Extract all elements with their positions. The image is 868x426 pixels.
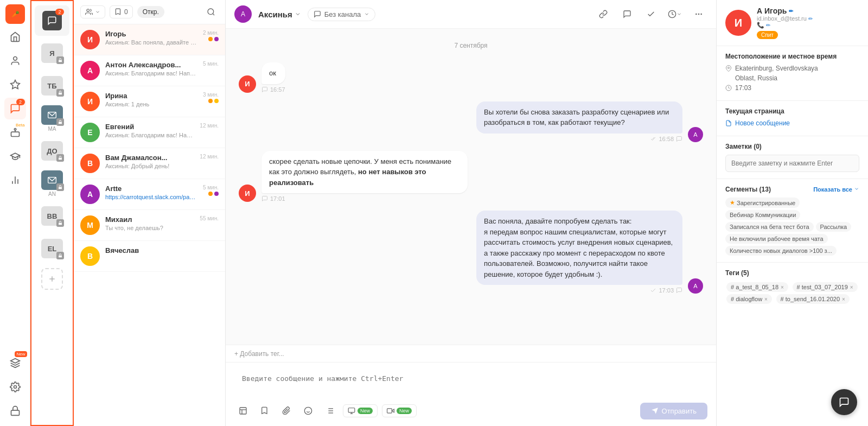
filter-button[interactable]: 0 bbox=[110, 5, 133, 18]
more-action[interactable] bbox=[690, 5, 707, 23]
list-button[interactable] bbox=[321, 402, 339, 419]
channel-ya[interactable]: Я bbox=[35, 38, 69, 68]
conversation-item[interactable]: И Игорь Аксинья: Вас поняла, давайте поп… bbox=[74, 24, 225, 55]
nav-settings[interactable] bbox=[4, 376, 26, 398]
conv-indicators bbox=[208, 37, 219, 41]
chevron-down-icon bbox=[676, 11, 682, 17]
messages-badge: 2 bbox=[16, 99, 25, 105]
channel-an[interactable]: AN bbox=[35, 168, 69, 199]
conversation-item[interactable]: М Михаил Ты что, не делаешь? 55 мин. bbox=[74, 210, 225, 241]
send-button[interactable]: Отправить bbox=[640, 403, 707, 419]
conv-meta: 3 мин. bbox=[203, 92, 219, 103]
channel-ma[interactable]: МА bbox=[35, 103, 69, 133]
edit-name-icon[interactable]: ✏ bbox=[789, 8, 793, 14]
channel-chat-icon: 2 bbox=[42, 11, 62, 30]
comment-action[interactable] bbox=[618, 5, 636, 23]
clock-action[interactable] bbox=[666, 5, 684, 23]
channel-do[interactable]: ДО bbox=[35, 136, 69, 166]
nav-analytics[interactable] bbox=[4, 169, 26, 191]
screen-new-badge: New bbox=[358, 408, 373, 414]
svg-rect-14 bbox=[59, 122, 62, 124]
message-bubble: ок 16:57 bbox=[261, 62, 285, 93]
link-action[interactable] bbox=[595, 5, 612, 23]
channel-ma-label: МА bbox=[48, 126, 56, 132]
rp-page-section: Текущая страница Новое сообщение bbox=[717, 100, 868, 136]
show-all-segments[interactable]: Показать все bbox=[813, 186, 859, 193]
chat-channel-selector[interactable]: Без канала bbox=[308, 8, 375, 21]
edit-phone-icon[interactable]: ✏ bbox=[766, 22, 770, 28]
message-row: Вас поняла, давайте попробуем сделать та… bbox=[239, 211, 703, 294]
conv-meta: 5 мин. bbox=[203, 185, 219, 196]
comment-icon bbox=[676, 136, 682, 142]
svg-marker-3 bbox=[10, 80, 20, 89]
channel-el[interactable]: EL bbox=[35, 233, 69, 264]
channel-chat-badge: 2 bbox=[55, 9, 64, 15]
logo-button[interactable]: 🥕 bbox=[5, 4, 25, 24]
conv-avatar: В bbox=[80, 246, 100, 266]
conversation-item[interactable]: Е Евгений Аксинья: Благодарим вас! Напра… bbox=[74, 117, 225, 148]
note-button[interactable] bbox=[256, 402, 273, 419]
add-tag-button[interactable]: + Добавить тег... bbox=[234, 350, 284, 358]
nav-lock[interactable] bbox=[4, 400, 26, 422]
nav-bot[interactable]: Beta bbox=[4, 122, 26, 143]
nav-integrations[interactable]: New bbox=[4, 352, 26, 374]
chevron-down-icon bbox=[295, 11, 301, 17]
bot-beta-badge: Beta bbox=[16, 123, 24, 128]
nav-academy[interactable] bbox=[4, 145, 26, 167]
chat-toolbar: New New Отправить bbox=[234, 398, 707, 419]
conversation-item[interactable]: И Ирина Аксинья: 1 день 3 мин. bbox=[74, 86, 225, 117]
channel-chat[interactable]: 2 bbox=[35, 5, 69, 36]
conv-name: Евгений bbox=[105, 123, 194, 131]
channel-tb[interactable]: ТБ bbox=[35, 71, 69, 101]
comment-icon bbox=[676, 287, 682, 294]
chat-bubble-button[interactable] bbox=[831, 389, 857, 415]
chevron-down-icon bbox=[854, 186, 859, 192]
add-channel-button[interactable] bbox=[41, 268, 63, 290]
users-icon bbox=[10, 55, 21, 66]
tag-remove-button[interactable]: × bbox=[764, 296, 768, 302]
send-icon bbox=[651, 407, 659, 415]
template-button[interactable] bbox=[234, 402, 252, 419]
conv-time: 12 мин. bbox=[200, 154, 219, 160]
rp-location-title: Местоположение и местное время bbox=[725, 53, 859, 60]
chat-user-name-display[interactable]: Аксинья bbox=[258, 10, 301, 19]
conversation-item[interactable]: В Вячеслав bbox=[74, 241, 225, 272]
tag-remove-button[interactable]: × bbox=[781, 284, 784, 290]
check-action[interactable] bbox=[642, 5, 660, 23]
svg-line-24 bbox=[213, 14, 214, 15]
message-input[interactable] bbox=[234, 369, 707, 396]
tag-remove-button[interactable]: × bbox=[842, 296, 845, 302]
conversation-item[interactable]: А Антон Александров... Аксинья: Благодар… bbox=[74, 55, 225, 86]
status-open-tab[interactable]: Откр. bbox=[137, 6, 164, 18]
rp-notes-input[interactable] bbox=[725, 155, 859, 172]
search-button[interactable] bbox=[203, 4, 219, 20]
double-check-icon bbox=[650, 136, 656, 142]
edit-email-icon[interactable]: ✏ bbox=[808, 16, 813, 22]
attach-button[interactable] bbox=[278, 402, 295, 419]
nav-users[interactable] bbox=[4, 50, 26, 72]
rp-page-link[interactable]: Новое сообщение bbox=[735, 119, 790, 127]
conv-time: 3 мин. bbox=[203, 92, 219, 98]
page-icon bbox=[725, 120, 732, 126]
right-panel: И А Игорь ✏ id.inbox_d@test.ru ✏ 📞 ✏ Спи… bbox=[716, 0, 868, 426]
conversation-item[interactable]: A Artte https://carrotquest.slack.com/pa… bbox=[74, 179, 225, 210]
message-time: 17:03 bbox=[476, 287, 682, 294]
channel-bb[interactable]: ВВ bbox=[35, 201, 69, 231]
assign-button[interactable] bbox=[80, 5, 105, 18]
conv-name: Михаил bbox=[105, 215, 194, 224]
message-time: 17:01 bbox=[261, 195, 468, 202]
emoji-button[interactable] bbox=[299, 402, 317, 419]
tag-remove-button[interactable]: × bbox=[850, 284, 853, 290]
conversation-item[interactable]: В Вам Джамалсон... Аксинья: Добрый день!… bbox=[74, 148, 225, 179]
nav-messages[interactable]: 2 bbox=[4, 98, 26, 119]
chat-user-avatar: А bbox=[234, 5, 252, 23]
conv-content: Евгений Аксинья: Благодарим вас! Направи… bbox=[105, 123, 194, 138]
nav-campaigns[interactable] bbox=[4, 74, 26, 96]
video-button[interactable]: New bbox=[382, 404, 417, 417]
svg-point-28 bbox=[696, 14, 697, 14]
conv-preview: Аксинья: Вас поняла, давайте попробуем с… bbox=[105, 39, 197, 46]
conv-preview: Аксинья: Благодарим вас! Направим вам по… bbox=[105, 70, 197, 77]
nav-home[interactable] bbox=[4, 26, 26, 48]
rp-user-name: А Игорь ✏ bbox=[757, 7, 859, 15]
screen-share-button[interactable]: New bbox=[343, 404, 378, 417]
